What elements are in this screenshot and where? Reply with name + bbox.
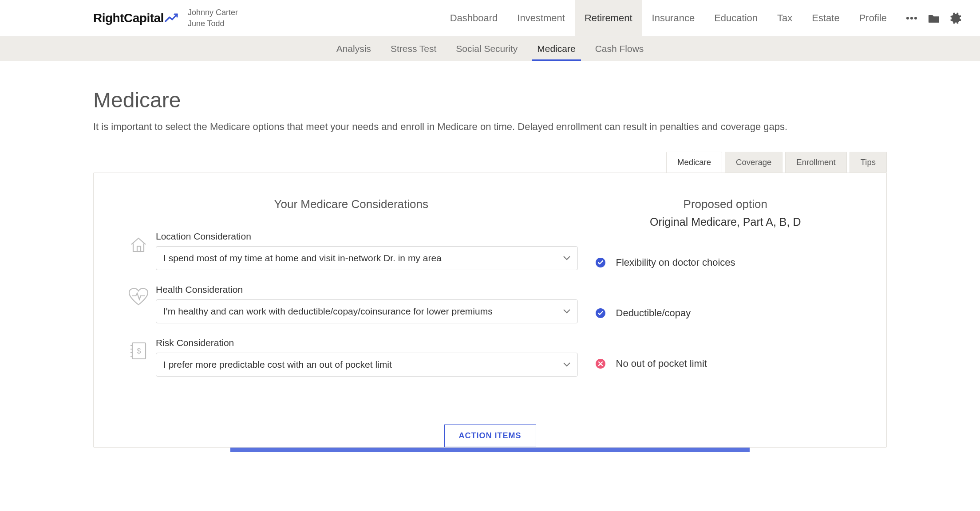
- considerations-column: Your Medicare Considerations Location Co…: [125, 197, 578, 402]
- logo-arrow-icon: [165, 12, 179, 24]
- outcome-row: No out of pocket limit: [596, 352, 855, 376]
- home-icon: [125, 231, 152, 255]
- outcome-text: Flexibility on doctor choices: [616, 257, 735, 268]
- subnav-item-stress-test[interactable]: Stress Test: [381, 36, 446, 61]
- page-title: Medicare: [93, 88, 887, 112]
- logo-text: RightCapital: [93, 11, 164, 25]
- location-select[interactable]: I spend most of my time at home and visi…: [156, 246, 578, 270]
- check-icon: [596, 308, 605, 318]
- action-wrap: ACTION ITEMS: [125, 402, 855, 447]
- top-bar: RightCapital Johnny Carter June Todd Das…: [0, 0, 980, 36]
- svg-point-0: [906, 17, 909, 20]
- health-select[interactable]: I'm healthy and can work with deductible…: [156, 299, 578, 323]
- proposed-option-name: Original Medicare, Part A, B, D: [596, 216, 855, 228]
- card-tab-tips[interactable]: Tips: [850, 152, 887, 173]
- outcome-list: Flexibility on doctor choicesDeductible/…: [596, 251, 855, 376]
- considerations-heading: Your Medicare Considerations: [125, 197, 578, 211]
- more-icon[interactable]: [905, 12, 918, 24]
- nav-item-retirement[interactable]: Retirement: [575, 0, 642, 36]
- topbar-icons: [897, 12, 980, 24]
- outcome-text: Deductible/copay: [616, 307, 691, 319]
- page: Medicare It is important to select the M…: [0, 61, 980, 452]
- consideration-row-health: Health Consideration I'm healthy and can…: [125, 284, 578, 323]
- card-tabs: MedicareCoverageEnrollmentTips: [93, 152, 887, 173]
- card-tab-coverage[interactable]: Coverage: [725, 152, 782, 173]
- page-description: It is important to select the Medicare o…: [93, 120, 887, 134]
- chevron-down-icon: [563, 309, 570, 314]
- bottom-accent-bar: [230, 448, 750, 452]
- folder-icon[interactable]: [928, 12, 940, 24]
- outcome-row: Deductible/copay: [596, 301, 855, 325]
- main-nav: DashboardInvestmentRetirementInsuranceEd…: [440, 0, 897, 36]
- subnav-item-cash-flows[interactable]: Cash Flows: [585, 36, 654, 61]
- nav-item-profile[interactable]: Profile: [850, 0, 897, 36]
- heartbeat-icon: [125, 284, 152, 307]
- action-items-button[interactable]: ACTION ITEMS: [444, 425, 536, 447]
- chevron-down-icon: [563, 256, 570, 260]
- user-block[interactable]: Johnny Carter June Todd: [188, 7, 238, 29]
- consideration-label: Location Consideration: [156, 231, 578, 242]
- svg-point-2: [914, 17, 917, 20]
- nav-item-estate[interactable]: Estate: [802, 0, 849, 36]
- chevron-down-icon: [563, 362, 570, 367]
- card-tab-medicare[interactable]: Medicare: [666, 152, 722, 173]
- nav-item-education[interactable]: Education: [704, 0, 767, 36]
- nav-item-investment[interactable]: Investment: [507, 0, 575, 36]
- sub-nav: AnalysisStress TestSocial SecurityMedica…: [0, 36, 980, 61]
- select-value: I'm healthy and can work with deductible…: [163, 306, 493, 317]
- outcome-text: No out of pocket limit: [616, 358, 707, 369]
- consideration-label: Risk Consideration: [156, 338, 578, 348]
- svg-text:$: $: [137, 347, 141, 355]
- subnav-item-medicare[interactable]: Medicare: [527, 36, 585, 61]
- nav-item-insurance[interactable]: Insurance: [642, 0, 705, 36]
- proposed-heading: Proposed option: [596, 197, 855, 211]
- x-icon: [596, 359, 605, 369]
- outcome-row: Flexibility on doctor choices: [596, 251, 855, 275]
- subnav-item-analysis[interactable]: Analysis: [327, 36, 381, 61]
- nav-item-tax[interactable]: Tax: [767, 0, 802, 36]
- subnav-item-social-security[interactable]: Social Security: [446, 36, 527, 61]
- card-tab-enrollment[interactable]: Enrollment: [785, 152, 846, 173]
- proposed-column: Proposed option Original Medicare, Part …: [578, 197, 855, 402]
- consideration-row-risk: $ Risk Consideration I prefer more predi…: [125, 338, 578, 377]
- medicare-card: Your Medicare Considerations Location Co…: [93, 173, 887, 448]
- svg-point-1: [910, 17, 913, 20]
- consideration-row-location: Location Consideration I spend most of m…: [125, 231, 578, 270]
- gear-icon[interactable]: [950, 12, 962, 24]
- ledger-icon: $: [125, 338, 152, 362]
- select-value: I prefer more predictable cost with an o…: [163, 359, 392, 370]
- consideration-label: Health Consideration: [156, 284, 578, 295]
- risk-select[interactable]: I prefer more predictable cost with an o…: [156, 353, 578, 377]
- user-line2: June Todd: [188, 18, 238, 29]
- user-line1: Johnny Carter: [188, 7, 238, 18]
- logo[interactable]: RightCapital: [93, 11, 179, 25]
- select-value: I spend most of my time at home and visi…: [163, 253, 442, 263]
- nav-item-dashboard[interactable]: Dashboard: [440, 0, 508, 36]
- check-icon: [596, 258, 605, 267]
- svg-rect-3: [137, 246, 141, 252]
